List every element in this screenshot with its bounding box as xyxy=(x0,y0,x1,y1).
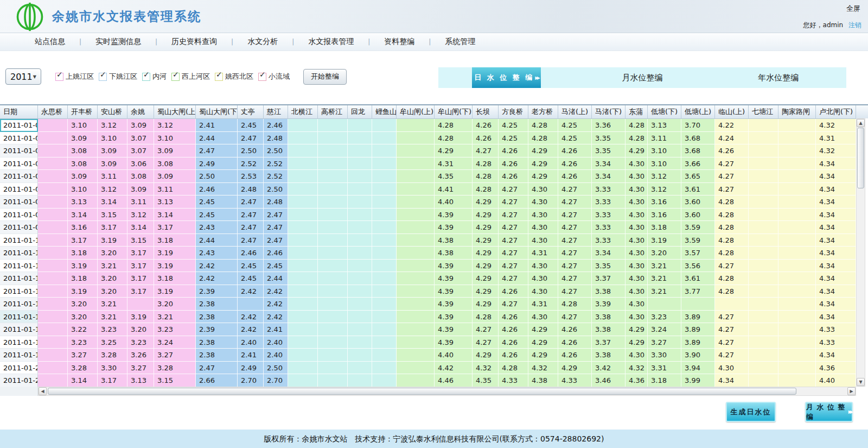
value-cell[interactable]: 3.23 xyxy=(127,336,154,349)
value-cell[interactable]: 3.09 xyxy=(98,144,127,157)
value-cell[interactable] xyxy=(749,119,778,132)
value-cell[interactable]: 3.12 xyxy=(648,170,681,183)
value-cell[interactable]: 2.42 xyxy=(264,285,288,298)
value-cell[interactable]: 4.28 xyxy=(715,272,749,285)
value-cell[interactable] xyxy=(38,157,68,171)
value-cell[interactable]: 2.38 xyxy=(196,298,238,311)
value-cell[interactable] xyxy=(318,221,348,234)
value-cell[interactable]: 4.27 xyxy=(558,195,592,209)
value-cell[interactable]: 4.27 xyxy=(715,170,749,183)
value-cell[interactable]: 2.47 xyxy=(264,234,288,247)
value-cell[interactable]: 2.46 xyxy=(264,119,288,132)
value-cell[interactable]: 4.31 xyxy=(528,247,558,260)
value-cell[interactable]: 3.18 xyxy=(68,272,98,285)
value-cell[interactable]: 3.18 xyxy=(648,374,681,387)
value-cell[interactable] xyxy=(749,298,778,311)
value-cell[interactable]: 4.30 xyxy=(528,209,558,222)
nav-item-3[interactable]: 水文分析 xyxy=(247,37,278,47)
value-cell[interactable] xyxy=(778,362,816,375)
value-cell[interactable]: 4.30 xyxy=(626,157,648,171)
value-cell[interactable] xyxy=(778,234,816,247)
value-cell[interactable] xyxy=(348,362,372,375)
value-cell[interactable] xyxy=(778,119,816,132)
value-cell[interactable]: 2.47 xyxy=(238,132,264,145)
value-cell[interactable] xyxy=(397,221,435,234)
value-cell[interactable]: 4.26 xyxy=(499,170,528,183)
value-cell[interactable] xyxy=(749,272,778,285)
value-cell[interactable]: 3.11 xyxy=(98,170,127,183)
value-cell[interactable] xyxy=(372,349,397,362)
value-cell[interactable]: 3.19 xyxy=(648,234,681,247)
value-cell[interactable]: 4.39 xyxy=(435,311,473,324)
value-cell[interactable]: 4.30 xyxy=(626,298,648,311)
value-cell[interactable]: 4.26 xyxy=(558,323,592,336)
value-cell[interactable]: 2.52 xyxy=(264,170,288,183)
scroll-up-icon[interactable]: ▲ xyxy=(857,119,865,127)
value-cell[interactable] xyxy=(288,157,318,171)
value-cell[interactable] xyxy=(372,209,397,222)
value-cell[interactable] xyxy=(372,234,397,247)
value-cell[interactable]: 2.50 xyxy=(196,170,238,183)
value-cell[interactable]: 3.10 xyxy=(98,132,127,145)
value-cell[interactable] xyxy=(397,311,435,324)
value-cell[interactable]: 4.36 xyxy=(816,362,856,375)
value-cell[interactable]: 4.27 xyxy=(499,195,528,209)
date-cell[interactable]: 2011-01-02 xyxy=(0,132,38,145)
value-cell[interactable] xyxy=(38,221,68,234)
value-cell[interactable]: 3.21 xyxy=(98,298,127,311)
region-filter-1[interactable]: ✓下姚江区 xyxy=(99,72,137,81)
value-cell[interactable]: 3.19 xyxy=(154,260,196,273)
date-cell[interactable]: 2011-01-11 xyxy=(0,247,38,260)
value-cell[interactable] xyxy=(38,132,68,145)
value-cell[interactable]: 2.45 xyxy=(196,209,238,222)
value-cell[interactable]: 3.14 xyxy=(68,209,98,222)
value-cell[interactable]: 3.21 xyxy=(154,311,196,324)
value-cell[interactable]: 3.08 xyxy=(127,170,154,183)
start-compile-button[interactable]: 开始整编 xyxy=(303,69,347,85)
value-cell[interactable]: 4.24 xyxy=(715,132,749,145)
value-cell[interactable]: 2.52 xyxy=(264,157,288,171)
value-cell[interactable]: 3.60 xyxy=(681,195,715,209)
value-cell[interactable]: 3.20 xyxy=(68,311,98,324)
value-cell[interactable]: 2.47 xyxy=(196,144,238,157)
value-cell[interactable]: 3.60 xyxy=(681,209,715,222)
value-cell[interactable]: 4.28 xyxy=(715,234,749,247)
region-filter-0[interactable]: ✓上姚江区 xyxy=(55,72,94,81)
value-cell[interactable] xyxy=(318,209,348,222)
value-cell[interactable] xyxy=(238,298,264,311)
value-cell[interactable] xyxy=(318,336,348,349)
value-cell[interactable] xyxy=(288,119,318,132)
value-cell[interactable]: 2.43 xyxy=(196,247,238,260)
value-cell[interactable] xyxy=(348,374,372,387)
value-cell[interactable]: 4.25 xyxy=(558,119,592,132)
value-cell[interactable]: 4.29 xyxy=(473,349,499,362)
value-cell[interactable]: 4.26 xyxy=(558,157,592,171)
value-cell[interactable]: 4.28 xyxy=(528,119,558,132)
value-cell[interactable] xyxy=(318,349,348,362)
value-cell[interactable] xyxy=(288,132,318,145)
value-cell[interactable]: 4.33 xyxy=(558,374,592,387)
tab-1[interactable]: 月水位整编 xyxy=(622,73,663,83)
value-cell[interactable]: 4.30 xyxy=(626,221,648,234)
value-cell[interactable]: 4.34 xyxy=(816,157,856,171)
value-cell[interactable]: 2.41 xyxy=(196,119,238,132)
value-cell[interactable]: 3.09 xyxy=(154,144,196,157)
value-cell[interactable]: 2.49 xyxy=(196,157,238,171)
value-cell[interactable] xyxy=(348,349,372,362)
value-cell[interactable]: 3.10 xyxy=(154,132,196,145)
value-cell[interactable] xyxy=(38,374,68,387)
value-cell[interactable]: 3.20 xyxy=(127,323,154,336)
value-cell[interactable] xyxy=(397,260,435,273)
value-cell[interactable]: 3.56 xyxy=(681,260,715,273)
value-cell[interactable]: 4.29 xyxy=(473,221,499,234)
value-cell[interactable]: 4.34 xyxy=(816,183,856,196)
value-cell[interactable]: 3.21 xyxy=(648,272,681,285)
value-cell[interactable]: 4.38 xyxy=(435,247,473,260)
date-cell[interactable]: 2011-01-06 xyxy=(0,183,38,196)
value-cell[interactable] xyxy=(372,272,397,285)
value-cell[interactable]: 4.39 xyxy=(435,336,473,349)
value-cell[interactable] xyxy=(348,336,372,349)
value-cell[interactable]: 3.13 xyxy=(68,195,98,209)
value-cell[interactable] xyxy=(749,170,778,183)
value-cell[interactable] xyxy=(749,132,778,145)
